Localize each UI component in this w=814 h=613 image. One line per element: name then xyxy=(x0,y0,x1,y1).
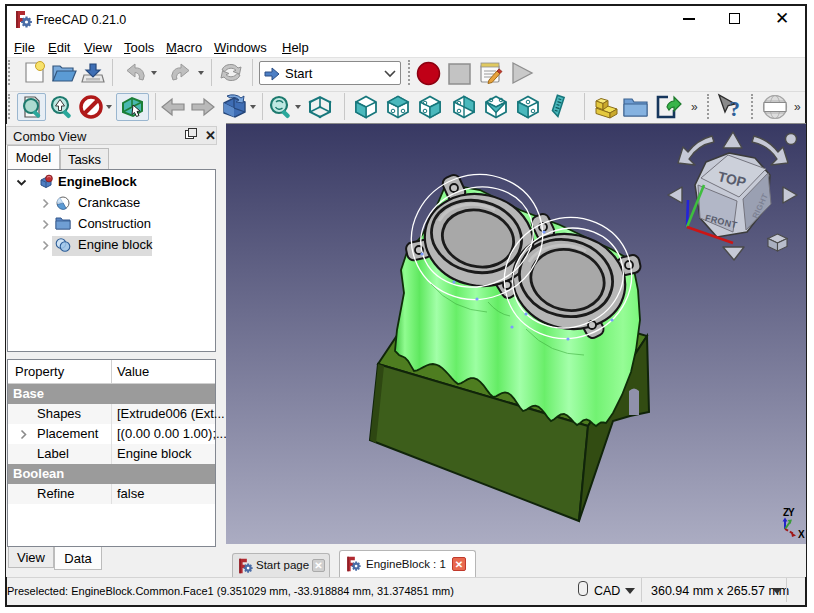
svg-text:?: ? xyxy=(729,96,740,121)
svg-text:ZY: ZY xyxy=(783,507,795,518)
svg-text:X: X xyxy=(798,529,805,540)
